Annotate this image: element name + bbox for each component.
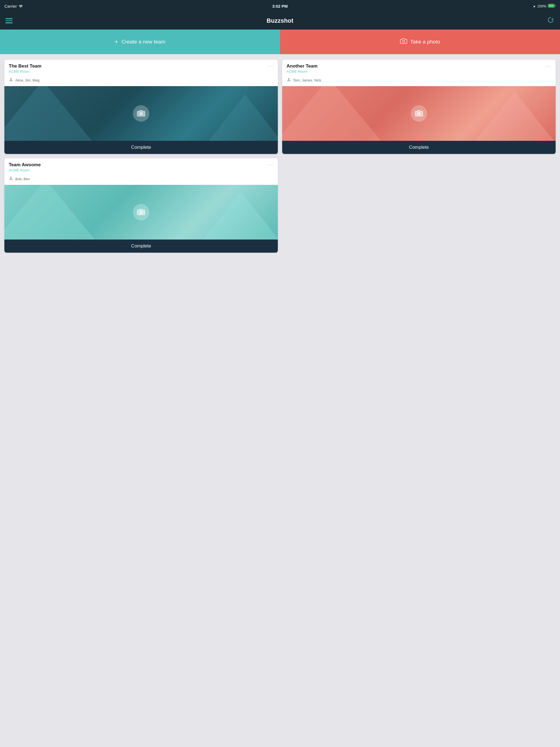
team-image — [4, 185, 278, 239]
card-header: Team Awsome ACME Room ··· — [4, 158, 278, 173]
svg-point-8 — [140, 211, 143, 214]
team-name: Team Awsome — [9, 162, 41, 168]
svg-rect-1 — [549, 4, 554, 7]
svg-point-2 — [403, 40, 405, 42]
nav-bar: Buzzshot — [0, 12, 560, 29]
take-photo-label: Take a photo — [410, 39, 440, 45]
status-left: Carrier — [4, 4, 23, 8]
team-room: ACME Room — [9, 168, 41, 172]
app-title: Buzzshot — [266, 17, 294, 24]
action-row: + Create a new team Take a photo — [0, 29, 560, 54]
plus-icon: + — [114, 38, 118, 45]
camera-placeholder — [411, 105, 427, 122]
more-options-button[interactable]: ··· — [268, 162, 274, 167]
more-options-button[interactable]: ··· — [268, 63, 274, 68]
carrier-label: Carrier — [4, 4, 17, 8]
take-photo-button[interactable]: Take a photo — [280, 29, 560, 54]
card-members: Alice, Jim, Meg — [4, 75, 278, 86]
camera-icon — [400, 38, 407, 46]
person-icon — [9, 77, 13, 83]
wifi-icon — [19, 4, 23, 8]
card-header: The Best Team ACME Room ··· — [4, 60, 278, 75]
camera-circle — [411, 105, 427, 122]
teams-grid: The Best Team ACME Room ··· Alice, Jim, … — [0, 54, 560, 258]
refresh-button[interactable] — [547, 16, 555, 25]
status-bar: Carrier 3:02 PM ▸ 100% — [0, 0, 560, 12]
team-room: ACME Room — [286, 70, 317, 74]
svg-point-3 — [10, 78, 12, 80]
battery-label: 100% — [537, 4, 546, 8]
status-time: 3:02 PM — [272, 4, 288, 8]
svg-point-5 — [288, 78, 289, 80]
menu-button[interactable] — [5, 18, 12, 23]
svg-point-6 — [417, 112, 420, 115]
complete-button[interactable]: Complete — [4, 239, 278, 253]
person-icon — [9, 176, 13, 182]
card-info: Another Team ACME Room — [286, 63, 317, 74]
more-options-button[interactable]: ··· — [545, 63, 551, 68]
team-card: Team Awsome ACME Room ··· Bob, Ben — [4, 158, 278, 253]
camera-circle — [133, 105, 149, 122]
team-name: Another Team — [286, 63, 317, 69]
members-list: Tom, James, Nick — [293, 78, 321, 82]
members-list: Alice, Jim, Meg — [15, 78, 40, 82]
create-team-label: Create a new team — [121, 39, 166, 45]
card-header: Another Team ACME Room ··· — [282, 60, 556, 75]
create-team-button[interactable]: + Create a new team — [0, 29, 280, 54]
team-image — [282, 86, 556, 141]
card-info: Team Awsome ACME Room — [9, 162, 41, 172]
location-icon: ▸ — [534, 4, 536, 8]
svg-point-7 — [10, 177, 12, 178]
battery-icon — [548, 4, 556, 8]
svg-point-4 — [140, 112, 143, 115]
team-card: The Best Team ACME Room ··· Alice, Jim, … — [4, 60, 278, 154]
team-image — [4, 86, 278, 141]
status-right: ▸ 100% — [534, 4, 556, 8]
complete-button[interactable]: Complete — [282, 141, 556, 154]
camera-placeholder — [133, 105, 149, 122]
camera-circle — [133, 204, 149, 221]
members-list: Bob, Ben — [15, 177, 30, 181]
complete-button[interactable]: Complete — [4, 141, 278, 154]
team-room: ACME Room — [9, 70, 42, 74]
team-name: The Best Team — [9, 63, 42, 69]
card-info: The Best Team ACME Room — [9, 63, 42, 74]
card-members: Bob, Ben — [4, 173, 278, 185]
team-card: Another Team ACME Room ··· Tom, James, N… — [282, 60, 556, 154]
person-icon — [286, 77, 291, 83]
card-members: Tom, James, Nick — [282, 75, 556, 86]
camera-placeholder — [133, 204, 149, 221]
